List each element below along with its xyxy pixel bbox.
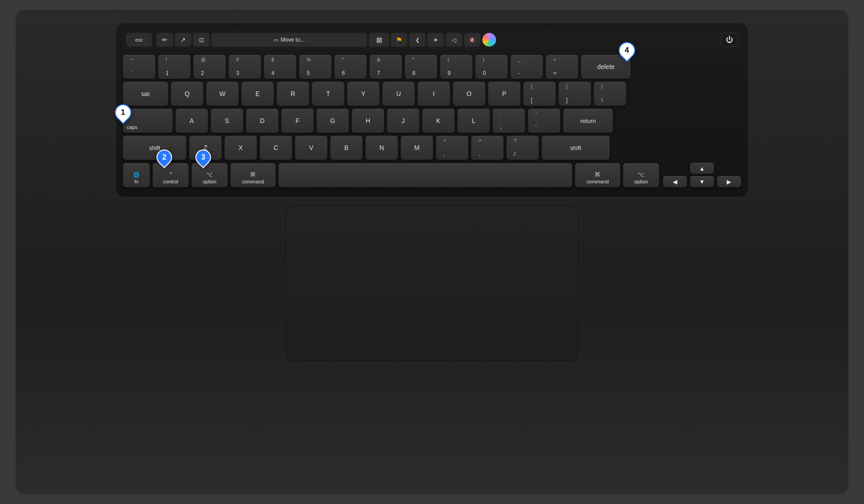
laptop-body: esc ✏ ↗ ⊡ ▭ Move to... ⊠ ⚑ ❮ ☀ ◁ 🔇 ⏻	[16, 10, 848, 494]
mute-tb-key[interactable]: 🔇	[464, 33, 481, 47]
key-s[interactable]: S	[211, 108, 243, 133]
share-tb-key[interactable]: ↗	[175, 33, 191, 47]
key-bracket-close[interactable]: }]	[558, 81, 591, 106]
key-l[interactable]: L	[457, 108, 490, 133]
moveto-tb-key[interactable]: ▭ Move to...	[211, 33, 367, 47]
key-shift-left[interactable]: shift	[123, 135, 187, 160]
key-rows: ~ ` !1 @2 #3 $4 %5	[123, 54, 741, 188]
key-period[interactable]: >.	[471, 135, 504, 160]
key-comma[interactable]: <,	[436, 135, 469, 160]
siri-tb-key[interactable]	[482, 33, 496, 47]
key-r[interactable]: R	[276, 81, 309, 106]
key-m[interactable]: M	[400, 135, 433, 160]
power-tb-key[interactable]: ⏻	[721, 33, 738, 47]
key-command-right[interactable]: ⌘ command	[575, 163, 621, 188]
volume-tb-key[interactable]: ◁	[446, 33, 462, 47]
key-w[interactable]: W	[206, 81, 239, 106]
key-p[interactable]: P	[488, 81, 521, 106]
key-i[interactable]: I	[417, 81, 450, 106]
delete-tb-key[interactable]: ⊠	[369, 33, 389, 47]
asdf-row: caps 1 A S D F G H J K L :;	[123, 108, 741, 133]
key-h[interactable]: H	[351, 108, 384, 133]
key-k[interactable]: K	[422, 108, 455, 133]
key-n[interactable]: N	[365, 135, 398, 160]
key-delete[interactable]: delete 4	[581, 54, 631, 79]
key-option-left[interactable]: ⌥ option 3	[191, 163, 228, 188]
keyboard-area: esc ✏ ↗ ⊡ ▭ Move to... ⊠ ⚑ ❮ ☀ ◁ 🔇 ⏻	[116, 23, 748, 197]
key-t[interactable]: T	[312, 81, 345, 106]
archive-tb-key[interactable]: ⊡	[193, 33, 210, 47]
brightness-tb-key[interactable]: ☀	[427, 33, 444, 47]
key-z[interactable]: Z	[189, 135, 222, 160]
key-2[interactable]: @2	[193, 54, 226, 79]
key-b[interactable]: B	[330, 135, 363, 160]
key-x[interactable]: X	[224, 135, 257, 160]
esc-key[interactable]: esc	[126, 33, 152, 47]
key-f[interactable]: F	[281, 108, 314, 133]
key-4[interactable]: $4	[264, 54, 297, 79]
key-tilde[interactable]: ~ `	[123, 54, 156, 79]
key-e[interactable]: E	[241, 81, 274, 106]
key-5[interactable]: %5	[299, 54, 332, 79]
key-o[interactable]: O	[453, 81, 486, 106]
touch-bar: esc ✏ ↗ ⊡ ▭ Move to... ⊠ ⚑ ❮ ☀ ◁ 🔇 ⏻	[123, 30, 741, 50]
key-tab[interactable]: tab	[123, 81, 168, 106]
spacer-left-arrow	[663, 162, 687, 174]
key-a[interactable]: A	[175, 108, 208, 133]
key-arrow-left[interactable]: ◀	[663, 176, 687, 188]
key-v[interactable]: V	[295, 135, 328, 160]
key-9[interactable]: (9	[440, 54, 473, 79]
key-slash[interactable]: ?/	[506, 135, 539, 160]
spacer-right-arrow	[717, 162, 741, 174]
key-q[interactable]: Q	[171, 81, 204, 106]
qwerty-row: tab Q W E R T Y U I O P {[ }] |\	[123, 81, 741, 106]
key-shift-right[interactable]: shift	[541, 135, 610, 160]
key-semicolon[interactable]: :;	[492, 108, 525, 133]
key-quote[interactable]: "'	[528, 108, 561, 133]
key-g[interactable]: G	[316, 108, 349, 133]
key-caps-lock[interactable]: caps 1	[123, 108, 173, 133]
trackpad[interactable]	[286, 206, 578, 361]
key-option-right[interactable]: ⌥ option	[623, 163, 659, 188]
key-j[interactable]: J	[387, 108, 420, 133]
key-arrow-right[interactable]: ▶	[717, 176, 741, 188]
key-3[interactable]: #3	[228, 54, 261, 79]
key-fn[interactable]: 🌐 fn	[123, 163, 150, 188]
key-command-left[interactable]: ⌘ command	[230, 163, 276, 188]
key-return[interactable]: return	[563, 108, 613, 133]
key-c[interactable]: C	[259, 135, 292, 160]
key-arrow-down[interactable]: ▼	[690, 176, 714, 188]
back-tb-key[interactable]: ❮	[409, 33, 426, 47]
zxcv-row: shift Z X C V B N M <, >. ?/ shi	[123, 135, 741, 160]
key-u[interactable]: U	[382, 81, 415, 106]
key-control[interactable]: ⌃ control 2	[152, 163, 189, 188]
number-row: ~ ` !1 @2 #3 $4 %5	[123, 54, 741, 79]
bottom-row: 🌐 fn ⌃ control 2	[123, 162, 741, 188]
key-arrow-up[interactable]: ▲	[690, 162, 714, 174]
key-space[interactable]	[278, 163, 572, 188]
key-y[interactable]: Y	[347, 81, 380, 106]
key-7[interactable]: &7	[369, 54, 402, 79]
arrow-cluster: ▲ ◀ ▼ ▶	[663, 162, 741, 188]
flag-tb-key[interactable]: ⚑	[391, 33, 407, 47]
compose-tb-key[interactable]: ✏	[157, 33, 173, 47]
key-8[interactable]: *8	[405, 54, 437, 79]
key-6[interactable]: ^6	[334, 54, 367, 79]
key-1[interactable]: !1	[158, 54, 191, 79]
key-bracket-open[interactable]: {[	[523, 81, 556, 106]
key-minus[interactable]: _-	[510, 54, 543, 79]
key-0[interactable]: )0	[475, 54, 508, 79]
key-backslash[interactable]: |\	[594, 81, 626, 106]
key-equals[interactable]: +=	[545, 54, 578, 79]
key-d[interactable]: D	[246, 108, 279, 133]
